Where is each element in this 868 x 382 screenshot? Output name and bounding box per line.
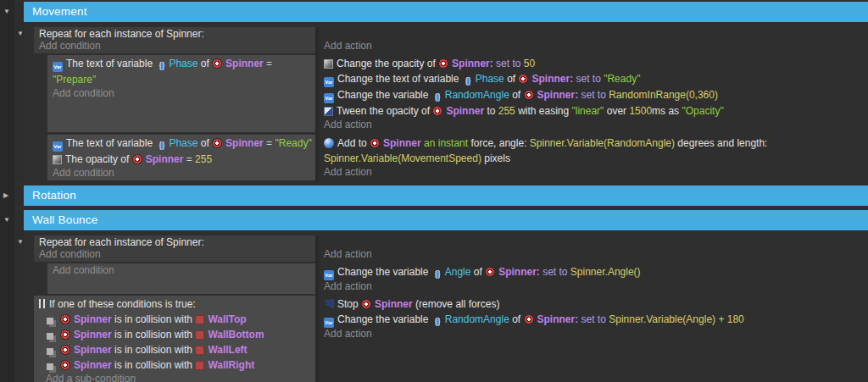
- text-segment: Add condition: [39, 248, 101, 260]
- group-header-rotation[interactable]: Rotation: [24, 185, 868, 206]
- collapse-arrow-icon[interactable]: [3, 217, 10, 224]
- add-action-link[interactable]: Add action: [320, 119, 868, 131]
- text-segment: of: [198, 58, 212, 69]
- condition-row[interactable]: Spinner is in collision with WallLeft: [36, 342, 315, 357]
- conditions-cell[interactable]: If one of these conditions is true:Spinn…: [34, 296, 315, 382]
- add-condition-link[interactable]: Add condition: [36, 248, 315, 260]
- conditions-cell[interactable]: Repeat for each instance of Spinner:Add …: [34, 235, 315, 262]
- add-action-link[interactable]: Add action: [320, 166, 868, 179]
- opacity-icon: [53, 155, 62, 164]
- or-block-header[interactable]: If one of these conditions is true:: [36, 296, 315, 312]
- wall-icon: [195, 361, 204, 370]
- group-margin: [14, 2, 24, 182]
- force-icon: [324, 138, 334, 148]
- event-block-empty-angle: Add condition Change the variable Angle …: [47, 263, 868, 294]
- add-condition-link[interactable]: Add condition: [49, 87, 315, 100]
- add-condition-link[interactable]: Add condition: [36, 40, 315, 52]
- text-segment: Spinner.Angle(): [570, 266, 641, 278]
- text-segment: Spinner: [225, 58, 264, 69]
- collapse-arrow-icon[interactable]: [17, 239, 24, 246]
- group-header-movement[interactable]: Movement: [24, 2, 868, 22]
- instance-var-icon: [155, 141, 168, 151]
- condition-row-foreach[interactable]: Repeat for each instance of Spinner:: [36, 28, 315, 40]
- text-segment: set to: [542, 266, 570, 278]
- action-row[interactable]: Tween the opacity of Spinner to 255 with…: [320, 103, 868, 119]
- condition-row-foreach[interactable]: Repeat for each instance of Spinner:: [36, 236, 315, 248]
- var-icon: [53, 62, 63, 72]
- collision-icon: [47, 363, 53, 370]
- text-segment: set to: [581, 89, 609, 101]
- text-segment: Add condition: [39, 40, 101, 52]
- action-row[interactable]: Change the variable Angle of Spinner: se…: [320, 264, 868, 280]
- text-segment: Spinner: [225, 137, 264, 149]
- expand-arrow-icon[interactable]: [3, 192, 8, 199]
- add-action-link[interactable]: Add action: [320, 280, 868, 293]
- actions-cell[interactable]: Change the opacity of Spinner: set to 50…: [319, 55, 868, 132]
- text-segment: =: [264, 137, 275, 149]
- collision-icon: [47, 318, 53, 324]
- text-segment: Change the variable: [337, 266, 431, 278]
- text-segment: Spinner: [452, 58, 490, 69]
- wall-icon: [195, 315, 204, 324]
- actions-cell[interactable]: Stop Spinner (remove all forces)Change t…: [319, 296, 868, 382]
- text-segment: Spinner: [375, 298, 413, 310]
- collapse-arrow-icon[interactable]: [17, 30, 24, 37]
- text-segment: is in collision with: [112, 344, 196, 356]
- action-row[interactable]: Change the text of variable Phase of Spi…: [320, 71, 868, 87]
- text-segment: Add action: [324, 328, 372, 340]
- text-segment: Spinner: [537, 89, 576, 101]
- condition-row[interactable]: Spinner is in collision with WallBottom: [36, 327, 315, 342]
- action-row[interactable]: Change the variable RandomAngle of Spinn…: [320, 87, 868, 103]
- add-sub-condition-link[interactable]: Add a sub-condition: [36, 373, 315, 382]
- text-segment: RandomAngle: [445, 313, 509, 325]
- instance-var-icon: [431, 92, 444, 102]
- text-segment: Stop: [337, 298, 361, 310]
- text-segment: The opacity of: [65, 153, 132, 165]
- add-condition-link[interactable]: Add condition: [49, 167, 315, 180]
- actions-cell[interactable]: Add action: [319, 27, 868, 53]
- spinner-icon: [518, 74, 528, 84]
- actions-cell[interactable]: Add to Spinner an instant force, angle: …: [319, 135, 868, 180]
- text-segment: Spinner: [537, 313, 576, 325]
- collapse-arrow-icon[interactable]: [3, 8, 10, 15]
- condition-row[interactable]: Spinner is in collision with WallRight: [36, 357, 315, 373]
- condition-row[interactable]: The text of variable Phase of Spinner = …: [49, 136, 315, 152]
- group-content-wall-bounce: Repeat for each instance of Spinner:Add …: [24, 235, 868, 382]
- text-segment: Add action: [324, 40, 372, 52]
- action-row[interactable]: Change the variable RandomAngle of Spinn…: [320, 312, 868, 328]
- text-segment: with easing: [515, 105, 572, 117]
- actions-cell[interactable]: Add action: [319, 235, 868, 262]
- conditions-cell[interactable]: Add condition: [47, 263, 315, 294]
- action-row[interactable]: Change the opacity of Spinner: set to 50: [320, 56, 868, 71]
- text-segment: The text of variable: [66, 137, 155, 149]
- text-segment: Repeat for each instance of Spinner:: [39, 236, 204, 248]
- text-segment: degrees and length:: [675, 137, 771, 149]
- add-condition-link[interactable]: Add condition: [49, 264, 315, 277]
- conditions-cell[interactable]: Repeat for each instance of Spinner:Add …: [34, 27, 315, 53]
- text-segment: Spinner: [531, 73, 570, 85]
- text-segment: (remove all forces): [413, 298, 500, 310]
- group-header-wall-bounce[interactable]: Wall Bounce: [24, 210, 868, 230]
- add-action-link[interactable]: Add action: [320, 40, 868, 53]
- condition-row[interactable]: Spinner is in collision with WallTop: [36, 312, 315, 327]
- text-segment: "Ready": [604, 73, 640, 85]
- text-segment: Add action: [324, 119, 372, 130]
- event-block-phase-prepare: The text of variable Phase of Spinner = …: [47, 55, 868, 132]
- text-segment: The text of variable: [66, 58, 155, 69]
- conditions-cell[interactable]: The text of variable Phase of Spinner = …: [47, 135, 315, 180]
- actions-cell[interactable]: Change the variable Angle of Spinner: se…: [319, 263, 868, 294]
- action-row[interactable]: Stop Spinner (remove all forces): [320, 296, 868, 312]
- add-action-link[interactable]: Add action: [320, 328, 868, 340]
- group-title: Movement: [32, 5, 87, 18]
- text-segment: Spinner: [74, 344, 112, 356]
- text-segment: Change the variable: [337, 313, 431, 325]
- text-segment: 255: [498, 105, 515, 117]
- text-segment: is in collision with: [112, 359, 196, 371]
- conditions-cell[interactable]: The text of variable Phase of Spinner = …: [47, 55, 315, 132]
- add-action-link[interactable]: Add action: [320, 248, 868, 261]
- event-block-foreach-spinner: Repeat for each instance of Spinner:Add …: [34, 27, 868, 53]
- condition-row[interactable]: The opacity of Spinner = 255: [49, 152, 315, 167]
- action-row[interactable]: Add to Spinner an instant force, angle: …: [320, 136, 868, 166]
- text-segment: :: [490, 58, 496, 69]
- condition-row[interactable]: The text of variable Phase of Spinner = …: [49, 56, 315, 87]
